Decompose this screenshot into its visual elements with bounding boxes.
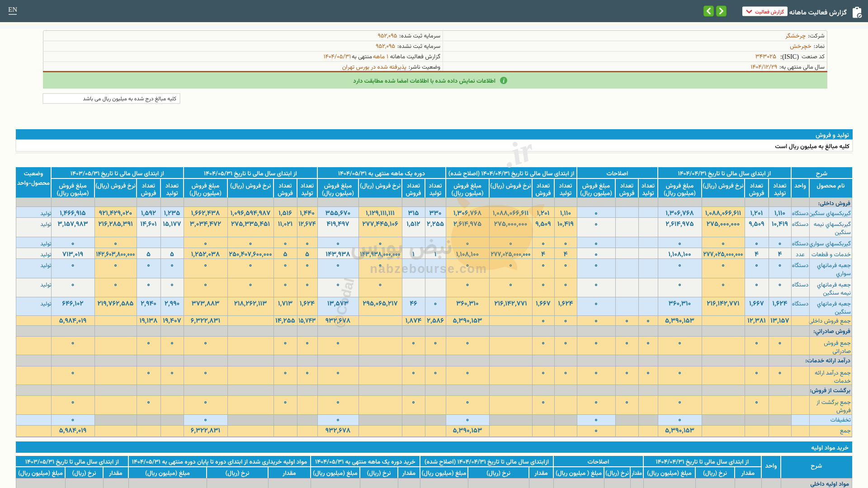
svg-text:EN: EN xyxy=(8,6,17,13)
svg-text:i: i xyxy=(503,77,505,84)
svg-text::(ISIC): :(ISIC) xyxy=(780,53,799,61)
